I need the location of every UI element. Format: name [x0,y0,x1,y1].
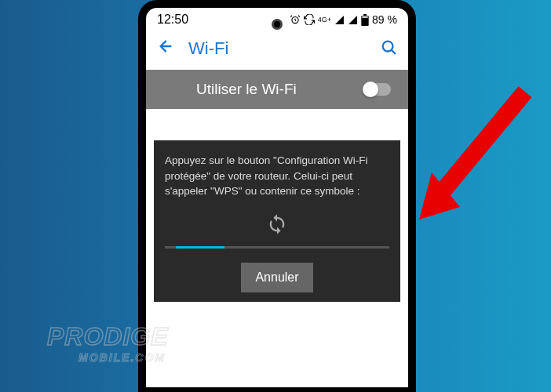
wifi-toggle-switch[interactable] [364,83,391,96]
watermark: PRODIGE MOBILE.COM [47,322,169,364]
wifi-toggle-row[interactable]: Utiliser le Wi-Fi [146,70,408,109]
phone-frame: 12:50 4G+ 89 % [138,0,416,392]
alarm-icon [290,14,301,25]
signal-icon-2 [348,15,358,25]
status-icons: 4G+ 89 % [290,13,397,26]
progress-fill [176,246,224,249]
cancel-button[interactable]: Annuler [241,263,312,292]
battery-icon [361,14,369,26]
camera-notch [272,19,283,30]
watermark-main: PRODIGE [47,322,169,351]
wps-dialog: Appuyez sur le bouton "Configuration Wi-… [154,140,400,302]
search-icon[interactable] [380,38,397,59]
svg-rect-2 [363,14,367,16]
wps-icon [165,213,389,235]
red-arrow-annotation [403,80,537,229]
battery-percent: 89 % [372,13,397,26]
content-area: Appuyez sur le bouton "Configuration Wi-… [146,109,408,310]
phone-screen: 12:50 4G+ 89 % [146,8,408,387]
svg-rect-3 [362,16,368,17]
signal-icon-1 [334,15,345,25]
network-type: 4G+ [318,16,331,24]
progress-bar [165,246,389,249]
wifi-toggle-label: Utiliser le Wi-Fi [196,81,297,98]
sync-icon [304,14,315,25]
back-arrow-icon[interactable] [157,38,174,59]
status-time: 12:50 [157,13,188,27]
svg-line-5 [431,92,525,205]
watermark-sub: MOBILE.COM [78,351,169,364]
page-title: Wi-Fi [188,38,366,59]
wps-dialog-message: Appuyez sur le bouton "Configuration Wi-… [165,153,389,199]
app-bar: Wi-Fi [146,30,408,70]
